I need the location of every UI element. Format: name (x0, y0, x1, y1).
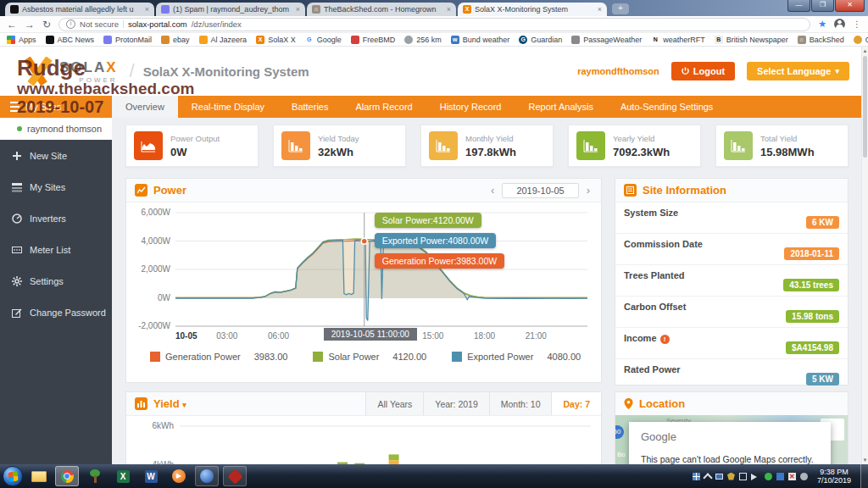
bookmark-item[interactable]: Old Occupations (854, 36, 868, 44)
info-icon[interactable]: ! (660, 335, 670, 344)
date-picker[interactable]: 2019-10-05 (502, 183, 578, 198)
tab-close-icon[interactable]: × (598, 6, 602, 14)
site-info-icon[interactable]: i (66, 19, 75, 29)
tray-grid-icon[interactable] (693, 473, 700, 480)
taskbar-clock[interactable]: 9:38 PM 7/10/2019 (812, 468, 856, 485)
nav-tab-history-record[interactable]: History Record (426, 96, 515, 118)
gauge-icon (12, 214, 22, 224)
profile-avatar[interactable] (834, 19, 845, 30)
taskbar-chrome[interactable] (55, 466, 79, 486)
browser-tab[interactable]: Asbestos material allegedly left u× (5, 3, 154, 16)
map-canvas[interactable]: Seventy 50 Bo Google This page can't loa… (615, 415, 848, 464)
bookmark-item[interactable]: BBritish Newspaper (715, 36, 788, 44)
yield-tab-day-7[interactable]: Day: 7 (551, 392, 601, 415)
show-desktop-button[interactable] (860, 464, 868, 488)
bookmark-item[interactable]: GGuardian (519, 36, 562, 44)
nav-tab-report-analysis[interactable]: Report Analysis (515, 96, 606, 118)
taskbar-word[interactable]: W (139, 466, 163, 486)
sidebar-user[interactable]: raymond thomson (0, 118, 112, 140)
bookmark-item[interactable]: 256 km (404, 36, 442, 44)
nav-tab-auto-sending-settings[interactable]: Auto-Sending Settings (607, 96, 726, 118)
select-language-button[interactable]: Select Language ▾ (747, 62, 849, 80)
start-button[interactable] (3, 466, 23, 486)
bookmark-item[interactable]: NweatherRFT (651, 36, 705, 44)
sidebar-item-my-sites[interactable]: My Sites (0, 171, 112, 202)
browser-tab[interactable]: (1) Spam | raymond_audrey_thom× (156, 3, 305, 16)
sidebar-item-meter-list[interactable]: Meter List (0, 234, 112, 265)
sidebar-item-change-password[interactable]: Change Password (0, 297, 112, 328)
bookmark-item[interactable]: wBund weather (451, 36, 510, 44)
word-icon: W (145, 470, 158, 483)
tray-window-icon[interactable] (739, 473, 747, 480)
bookmark-star-icon[interactable]: ★ (818, 19, 826, 30)
nav-tab-batteries[interactable]: Batteries (278, 96, 342, 118)
scroll-down-icon[interactable]: ▼ (862, 456, 868, 464)
tab-close-icon[interactable]: × (145, 6, 149, 14)
bookmark-item[interactable]: GGoogle (305, 36, 342, 44)
yield-tab-month-10[interactable]: Month: 10 (489, 392, 552, 415)
nav-tab-real-time-display[interactable]: Real-time Display (178, 96, 278, 118)
taskbar-red-app[interactable] (223, 466, 247, 486)
tray-status-ok-icon[interactable] (765, 473, 772, 480)
new-tab-button[interactable]: + (612, 3, 629, 14)
browser-menu-icon[interactable]: ⋮ (853, 19, 861, 29)
logout-button[interactable]: Logout (671, 62, 735, 80)
scrollbar-thumb[interactable] (863, 56, 867, 158)
tab-close-icon[interactable]: × (296, 6, 300, 14)
tray-update-icon[interactable] (800, 473, 808, 480)
legend-item[interactable]: Solar Power4120.00 (313, 352, 426, 362)
solax-logo: SOLAX POWER (22, 57, 118, 86)
nav-tab-alarm-record[interactable]: Alarm Record (342, 96, 426, 118)
power-chart[interactable]: -2,000W0W2,000W4,000W6,000W10-0503:0006:… (133, 206, 596, 348)
nav-tab-overview[interactable]: Overview (112, 96, 178, 118)
back-icon[interactable]: ← (7, 19, 17, 30)
maximize-button[interactable]: ❐ (811, 0, 834, 12)
bookmark-item[interactable]: ABC News (46, 36, 95, 44)
bookmark-item[interactable]: ebay (161, 36, 190, 44)
address-bar[interactable]: i Not secure solax-portal.com/dz/user/in… (58, 18, 810, 31)
bookmark-item[interactable]: PassageWeather (571, 36, 642, 44)
legend-value: 3983.00 (254, 352, 288, 362)
taskbar-explorer[interactable] (27, 466, 51, 486)
yield-tab-all-years[interactable]: All Years (365, 392, 423, 415)
sidebar-item-inverters[interactable]: Inverters (0, 202, 112, 234)
bookmark-item[interactable]: ProtonMail (103, 36, 152, 44)
taskbar-excel[interactable]: X (111, 466, 135, 486)
legend-item[interactable]: Exported Power4080.00 (452, 352, 581, 362)
reload-icon[interactable]: ↻ (42, 19, 51, 30)
taskbar-blue-app[interactable] (195, 466, 219, 486)
browser-tab[interactable]: XSolaX X-Monitoring System× (458, 3, 607, 16)
bookmark-item[interactable]: ⌂BackShed (798, 36, 844, 44)
yield-chart[interactable]: 6kWh4kWh (133, 418, 596, 464)
stat-card-monthly-yield: Monthly Yield197.8kWh (420, 125, 554, 167)
tray-network-icon[interactable] (776, 473, 784, 480)
bookmark-item[interactable]: Apps (7, 36, 36, 44)
close-button[interactable]: ✕ (835, 0, 865, 12)
yield-panel-title[interactable]: Yield ▾ (153, 397, 186, 410)
taskbar-family-tree-app[interactable] (83, 466, 107, 486)
scroll-up-icon[interactable]: ▲ (862, 47, 868, 55)
browser-tab[interactable]: ⌂TheBackShed.com - Homegrown× (307, 3, 456, 16)
legend-item[interactable]: Generation Power3983.00 (150, 352, 287, 362)
sidebar-header[interactable]: My Sites (0, 96, 112, 118)
bookmark-item[interactable]: FreeBMD (351, 36, 396, 44)
next-day-button[interactable]: › (584, 184, 593, 197)
sidebar-item-settings[interactable]: Settings (0, 265, 112, 297)
forward-icon[interactable]: → (25, 19, 35, 30)
page-scrollbar[interactable]: ▲ ▼ (861, 47, 868, 464)
bookmark-item[interactable]: XSolaX X (256, 36, 296, 44)
yield-tab-year-2019[interactable]: Year: 2019 (423, 392, 488, 415)
tray-display-icon[interactable] (715, 474, 723, 480)
tray-error-icon[interactable]: ✕ (788, 473, 796, 480)
tray-shield-icon[interactable] (727, 473, 735, 480)
taskbar-media-player[interactable]: ▶ (167, 466, 191, 486)
sidebar-item-new-site[interactable]: New Site (0, 140, 112, 171)
bookmark-item[interactable]: Al Jazeera (199, 36, 248, 44)
prev-day-button[interactable]: ‹ (488, 184, 497, 197)
stat-label: Monthly Yield (465, 134, 516, 143)
tray-chevron-up-icon[interactable] (703, 473, 712, 482)
tab-close-icon[interactable]: × (447, 6, 451, 14)
power-panel-icon (135, 184, 147, 197)
minimize-button[interactable]: — (787, 0, 810, 12)
tray-volume-icon[interactable] (751, 474, 760, 480)
